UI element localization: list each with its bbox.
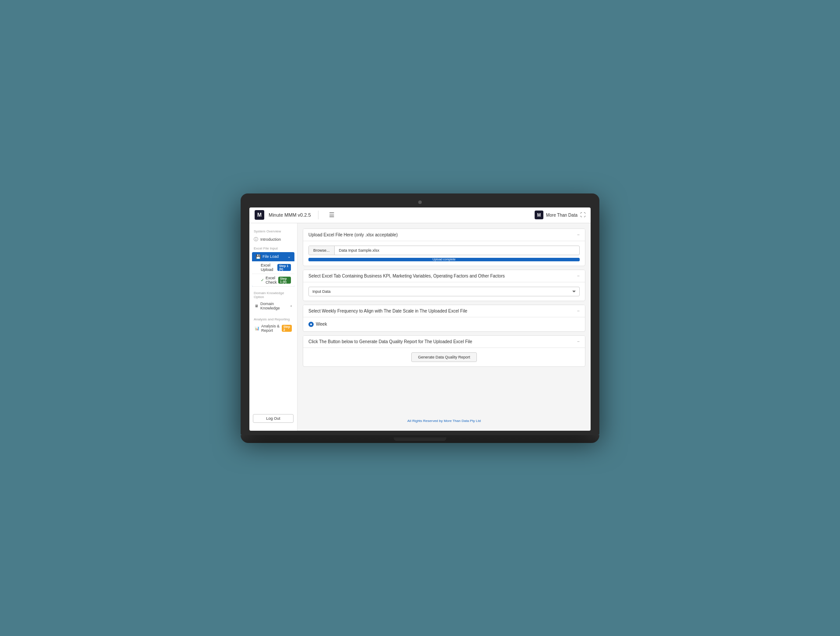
- tab-select-section: Select Excel Tab Containing Business KPI…: [303, 270, 585, 301]
- app-title: Minute MMM v0.2.5: [269, 212, 311, 218]
- radio-dot-inner-week: [310, 323, 312, 325]
- chevron-left-icon: ‹: [290, 304, 292, 308]
- frequency-title: Select Weekly Frequency to Align with Th…: [308, 309, 467, 313]
- file-load-group: 💾 File Load ⌄ Excel Upload Step 1 (b): [252, 252, 294, 287]
- chart-icon: 📊: [255, 326, 259, 330]
- screen: M Minute MMM v0.2.5 ☰ M More Than Data ⛶: [249, 207, 591, 431]
- laptop-hinge: [394, 437, 446, 441]
- system-overview-section-label: System Overview: [249, 228, 297, 234]
- file-name-display: Data Input Sample.xlsx: [335, 246, 579, 255]
- quality-section: Click The Button below to Generate Data …: [303, 335, 585, 367]
- screen-bezel: M Minute MMM v0.2.5 ☰ M More Than Data ⛶: [241, 193, 599, 435]
- laptop-base: [241, 435, 599, 443]
- camera: [418, 200, 422, 204]
- tab-select-title: Select Excel Tab Containing Business KPI…: [308, 274, 505, 278]
- generate-report-button[interactable]: Generate Data Quality Report: [411, 352, 476, 362]
- upload-collapse-icon[interactable]: −: [577, 232, 580, 237]
- analysis-section: Analysis and Reporting 📊 Analysis & Repo…: [252, 316, 294, 334]
- excel-check-text: ✓ Excel Check: [261, 276, 278, 285]
- introduction-label: Introduction: [260, 237, 281, 242]
- excel-upload-label: Excel Upload: [261, 263, 277, 272]
- info-icon: ⓘ: [254, 236, 258, 242]
- analysis-item-left: 📊 Analysis & Report: [255, 324, 282, 333]
- tab-select-header: Select Excel Tab Containing Business KPI…: [303, 270, 585, 282]
- frequency-collapse-icon[interactable]: −: [577, 309, 580, 313]
- sidebar: System Overview ⓘ Introduction Excel Fil…: [249, 223, 298, 431]
- browse-button[interactable]: Browse...: [309, 246, 335, 255]
- sidebar-item-introduction[interactable]: ⓘ Introduction: [249, 234, 297, 245]
- separator: [318, 211, 318, 219]
- upload-body: Browse... Data Input Sample.xlsx Upload …: [303, 241, 585, 266]
- file-load-label: File Load: [262, 254, 279, 259]
- top-bar-right: M More Than Data ⛶: [535, 211, 585, 219]
- top-bar-left: M Minute MMM v0.2.5 ☰: [255, 210, 335, 220]
- footer-copyright: All Rights Reserved by More Than Data Pt…: [303, 416, 585, 425]
- domain-item-left: 🖥 Domain Knowledge: [255, 302, 290, 310]
- quality-collapse-icon[interactable]: −: [577, 339, 580, 344]
- frequency-body: Week: [303, 317, 585, 331]
- tab-select-body: Input Data: [303, 282, 585, 301]
- sidebar-item-excel-upload[interactable]: Excel Upload Step 1 (b): [252, 261, 294, 274]
- excel-upload-text: Excel Upload: [261, 263, 277, 272]
- sidebar-item-analysis-report[interactable]: 📊 Analysis & Report Step 2: [252, 322, 294, 334]
- radio-option-week[interactable]: Week: [308, 322, 580, 327]
- database-icon: 🖥: [255, 304, 259, 308]
- sidebar-item-domain-knowledge[interactable]: 🖥 Domain Knowledge ‹: [252, 300, 294, 312]
- domain-section: Domain Knowledge Option 🖥 Domain Knowled…: [252, 289, 294, 312]
- sidebar-footer: Log Out: [249, 411, 297, 426]
- excel-check-badge: Step 1 (b): [278, 277, 291, 284]
- app-logo: M: [255, 210, 264, 220]
- frequency-section: Select Weekly Frequency to Align with Th…: [303, 305, 585, 332]
- quality-body: Generate Data Quality Report: [303, 348, 585, 366]
- analysis-header-label: Analysis and Reporting: [252, 316, 294, 322]
- laptop-container: M Minute MMM v0.2.5 ☰ M More Than Data ⛶: [241, 193, 599, 443]
- upload-icon: 💾: [256, 254, 261, 259]
- main-content: Upload Excel File Here (only .xlsx accep…: [298, 223, 591, 431]
- frequency-radio-group: Week: [308, 322, 580, 327]
- brand-logo: M: [535, 211, 543, 219]
- tab-select-collapse-icon[interactable]: −: [577, 274, 580, 278]
- progress-container: Upload complete: [308, 258, 580, 261]
- radio-dot-week: [308, 322, 314, 327]
- file-load-header[interactable]: 💾 File Load ⌄: [252, 252, 294, 261]
- upload-header: Upload Excel File Here (only .xlsx accep…: [303, 229, 585, 241]
- quality-title: Click The Button below to Generate Data …: [308, 339, 472, 344]
- domain-knowledge-label: Domain Knowledge: [260, 302, 290, 310]
- excel-check-label: Excel Check: [266, 276, 278, 285]
- analysis-report-badge: Step 2: [282, 325, 292, 332]
- hamburger-icon[interactable]: ☰: [329, 211, 335, 218]
- progress-label: Upload complete: [308, 258, 580, 261]
- excel-upload-badge: Step 1 (b): [277, 264, 291, 271]
- upload-title: Upload Excel File Here (only .xlsx accep…: [308, 232, 398, 237]
- chevron-down-icon: ⌄: [287, 254, 291, 259]
- content-spacer: [303, 370, 585, 413]
- expand-icon[interactable]: ⛶: [580, 212, 585, 218]
- tab-select-dropdown[interactable]: Input Data: [308, 287, 580, 296]
- sidebar-item-excel-check[interactable]: ✓ Excel Check Step 1 (b): [252, 274, 294, 287]
- domain-header-label: Domain Knowledge Option: [252, 289, 294, 300]
- logout-button[interactable]: Log Out: [253, 414, 294, 423]
- excel-file-input-section-label: Excel File Input: [249, 245, 297, 251]
- quality-header: Click The Button below to Generate Data …: [303, 336, 585, 348]
- analysis-report-label: Analysis & Report: [261, 324, 282, 333]
- top-bar: M Minute MMM v0.2.5 ☰ M More Than Data ⛶: [249, 207, 591, 223]
- brand-name: More Than Data: [546, 213, 578, 218]
- frequency-header: Select Weekly Frequency to Align with Th…: [303, 305, 585, 317]
- app-container: M Minute MMM v0.2.5 ☰ M More Than Data ⛶: [249, 207, 591, 431]
- check-icon: ✓: [261, 278, 264, 282]
- file-upload-row: Browse... Data Input Sample.xlsx: [308, 246, 580, 255]
- upload-section: Upload Excel File Here (only .xlsx accep…: [303, 228, 585, 266]
- main-layout: System Overview ⓘ Introduction Excel Fil…: [249, 223, 591, 431]
- radio-label-week: Week: [316, 322, 327, 327]
